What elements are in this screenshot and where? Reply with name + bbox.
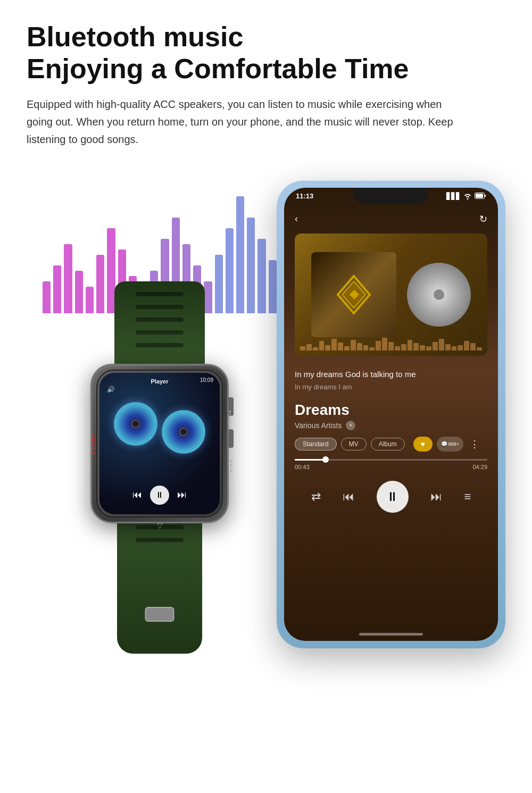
- strap-hole: [136, 305, 184, 309]
- phone-home-bar: [359, 633, 423, 636]
- watch-time: 10:09: [200, 377, 213, 383]
- battery-icon: [475, 193, 486, 201]
- strap-hole: [136, 343, 184, 347]
- waveform-segment: [395, 346, 400, 350]
- wifi-icon: [463, 192, 472, 201]
- player-controls: ⇄ ⏮ ⏸ ⏭ ≡: [284, 473, 498, 520]
- watch-disc-2: [162, 410, 205, 454]
- waveform-segment: [452, 346, 457, 350]
- phone-body: 11:13 ▋▋▋: [277, 180, 505, 648]
- tags-row: Standard MV Album ♥ 💬 999+ ⋮: [284, 432, 498, 456]
- watch-disc-area: [112, 394, 207, 463]
- song-title-section: Dreams Various Artists +: [284, 395, 498, 432]
- waveform-segment: [445, 344, 451, 350]
- waveform-segment: [344, 346, 350, 350]
- strap-holes-top: [136, 292, 184, 347]
- waveform-segment: [408, 340, 413, 350]
- lyrics-main: In my dreams God is talking to me: [295, 369, 487, 380]
- waveform-segment: [470, 343, 476, 350]
- lyrics-section: In my dreams God is talking to me In my …: [284, 360, 498, 395]
- waveform-segment: [338, 343, 343, 350]
- waveform-segment: [319, 341, 325, 350]
- waveform-segment: [331, 339, 337, 350]
- waveform-segment: [313, 347, 318, 350]
- status-right-icons: ▋▋▋: [446, 192, 486, 201]
- strap-hole: [136, 318, 184, 322]
- phone-top-bar: ‹ ↻: [284, 209, 498, 229]
- refresh-icon[interactable]: ↻: [479, 213, 487, 225]
- watch-label-sport: SPORT: [91, 432, 96, 454]
- progress-fill: [295, 459, 326, 461]
- watch-body: SPORT POWER BACK Player 10:09 🔊: [90, 364, 229, 523]
- lyrics-sub: In my dreams I am: [295, 383, 487, 391]
- album-art-disc: [407, 263, 471, 327]
- back-chevron-icon[interactable]: ‹: [295, 213, 298, 224]
- main-title: Bluetooth music Enjoying a Comfortable T…: [27, 21, 505, 85]
- tag-standard[interactable]: Standard: [295, 438, 337, 450]
- signal-icon: ▋▋▋: [446, 193, 461, 200]
- waveform-segment: [363, 345, 369, 350]
- svg-text:◆: ◆: [349, 287, 359, 300]
- watch-play-button[interactable]: ⏸: [150, 486, 169, 505]
- progress-dot[interactable]: [322, 456, 329, 463]
- watch-back-button[interactable]: [228, 429, 234, 448]
- waveform-segment: [351, 340, 356, 350]
- comment-count: 999+: [448, 441, 459, 447]
- phone: 11:13 ▋▋▋: [277, 180, 505, 648]
- play-pause-button[interactable]: ⏸: [377, 481, 409, 513]
- playlist-button[interactable]: ≡: [464, 490, 471, 504]
- waveform-segment: [458, 345, 463, 350]
- strap-hole: [136, 330, 184, 335]
- disc-center-2: [179, 428, 188, 436]
- waveform-segment: [369, 347, 375, 350]
- page-container: Bluetooth music Enjoying a Comfortable T…: [0, 0, 532, 793]
- waveform-segment: [306, 344, 312, 350]
- watch-player-label: Player: [151, 378, 168, 385]
- watch-buckle: [145, 607, 174, 622]
- artist-row: Various Artists +: [295, 421, 487, 430]
- waveform-segment: [439, 339, 444, 350]
- tag-mv[interactable]: MV: [341, 438, 367, 450]
- phone-screen: 11:13 ▋▋▋: [284, 188, 498, 641]
- album-art: ◆: [295, 233, 487, 356]
- more-options-button[interactable]: ⋮: [470, 438, 479, 450]
- watch-next-button[interactable]: ⏭: [177, 489, 187, 500]
- watch-volume-icon: 🔊: [107, 386, 115, 393]
- progress-times: 00:43 04:29: [295, 464, 487, 470]
- svg-rect-1: [476, 194, 483, 198]
- current-time: 00:43: [295, 464, 310, 470]
- watch-label-back: BACK: [229, 460, 232, 474]
- waveform-segment: [420, 345, 425, 350]
- progress-section: 00:43 04:29: [284, 456, 498, 473]
- visual-section: SPORT POWER BACK Player 10:09 🔊: [27, 164, 505, 670]
- svg-rect-2: [485, 195, 486, 197]
- watch-case-inner: Player 10:09 🔊: [96, 370, 223, 517]
- phone-content: ‹ ↻ ◆: [284, 188, 498, 641]
- waveform-segment: [382, 338, 387, 350]
- waveform-segment: [325, 345, 330, 350]
- watch-controls: ⏮ ⏸ ⏭: [132, 486, 187, 505]
- total-time: 04:29: [472, 464, 487, 470]
- heart-button[interactable]: ♥: [413, 437, 433, 452]
- followed-badge[interactable]: +: [346, 421, 355, 430]
- progress-bar[interactable]: [295, 459, 487, 461]
- disc-center-1: [131, 420, 140, 428]
- next-button[interactable]: ⏭: [430, 490, 442, 504]
- song-title: Dreams: [295, 402, 487, 419]
- waveform: [300, 335, 482, 350]
- shuffle-button[interactable]: ⇄: [311, 490, 321, 504]
- waveform-segment: [357, 343, 362, 350]
- title-line2: Enjoying a Comfortable Time: [27, 53, 409, 84]
- watch-prev-button[interactable]: ⏮: [132, 489, 142, 500]
- prev-button[interactable]: ⏮: [343, 490, 354, 504]
- artist-name: Various Artists: [295, 421, 342, 430]
- waveform-segment: [464, 341, 469, 350]
- strap-hole: [136, 538, 184, 542]
- waveform-segment: [426, 346, 431, 350]
- tag-album[interactable]: Album: [371, 438, 405, 450]
- watch-label-power: POWER: [228, 411, 232, 429]
- smartwatch: SPORT POWER BACK Player 10:09 🔊: [48, 281, 271, 654]
- waveform-segment: [388, 342, 394, 350]
- comment-button[interactable]: 💬 999+: [437, 437, 463, 452]
- header-section: Bluetooth music Enjoying a Comfortable T…: [27, 21, 505, 148]
